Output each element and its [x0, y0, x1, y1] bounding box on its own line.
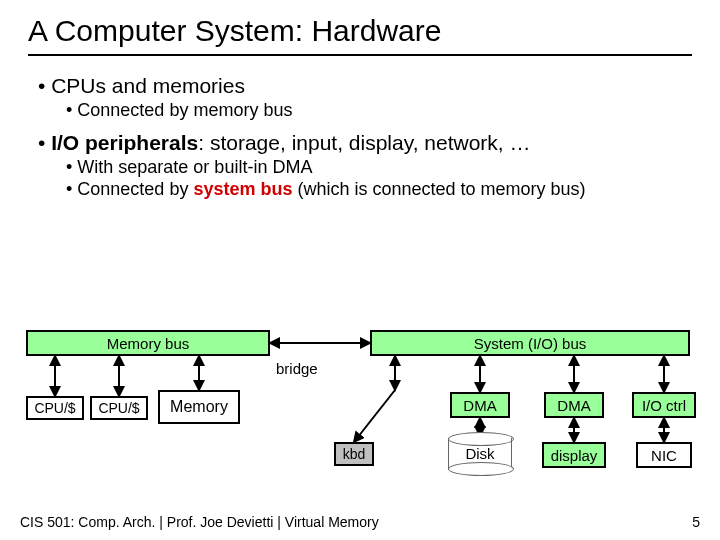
bullet-2: I/O peripherals: storage, input, display…	[38, 131, 692, 155]
bridge-label: bridge	[276, 360, 318, 377]
io-peripherals-label: I/O peripherals	[51, 131, 198, 154]
page-title: A Computer System: Hardware	[28, 14, 692, 56]
bullet-2-1: With separate or built-in DMA	[66, 157, 692, 178]
system-bus-label: system bus	[193, 179, 292, 199]
nic-box: NIC	[636, 442, 692, 468]
bullet-2-2: Connected by system bus (which is connec…	[66, 179, 692, 200]
cpu-box-2: CPU/$	[90, 396, 148, 420]
bullet-1-1: Connected by memory bus	[66, 100, 692, 121]
display-box: display	[542, 442, 606, 468]
svg-line-8	[354, 390, 395, 442]
hardware-diagram: Memory bus System (I/O) bus bridge CPU/$…	[0, 330, 720, 490]
bullet-1: CPUs and memories	[38, 74, 692, 98]
footer-right: 5	[692, 514, 700, 530]
io-bus-box: System (I/O) bus	[370, 330, 690, 356]
dma-box-2: DMA	[544, 392, 604, 418]
io-ctrl-box: I/O ctrl	[632, 392, 696, 418]
memory-bus-box: Memory bus	[26, 330, 270, 356]
bullet-list: CPUs and memories Connected by memory bu…	[38, 74, 692, 200]
disk-box: Disk	[448, 438, 512, 470]
memory-box: Memory	[158, 390, 240, 424]
kbd-box: kbd	[334, 442, 374, 466]
dma-box-1: DMA	[450, 392, 510, 418]
footer-left: CIS 501: Comp. Arch. | Prof. Joe Deviett…	[20, 514, 379, 530]
cpu-box-1: CPU/$	[26, 396, 84, 420]
bullet-2-rest: : storage, input, display, network, …	[198, 131, 530, 154]
